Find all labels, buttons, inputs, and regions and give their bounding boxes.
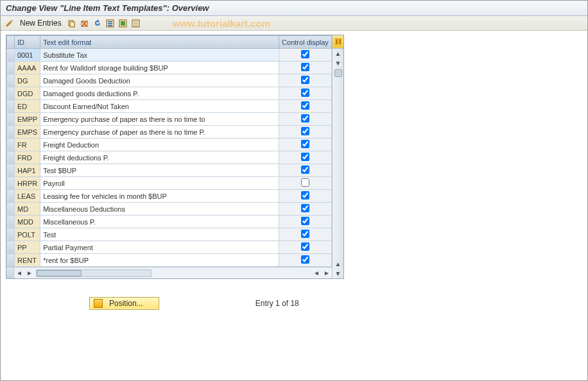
toolbar: New Entries www.tutorialkart.com [1, 16, 587, 31]
cell-text[interactable]: Rent for Walldorf storage building $BUP [40, 62, 279, 74]
column-header-text[interactable]: Text edit format [40, 36, 279, 49]
new-entries-button[interactable]: New Entries [17, 19, 64, 28]
cell-id[interactable]: DGD [15, 87, 40, 100]
vscroll-up2-icon[interactable]: ▲ [333, 259, 343, 269]
control-display-checkbox[interactable] [301, 140, 309, 148]
select-all-icon[interactable] [105, 18, 116, 28]
cell-text[interactable]: Damaged goods deductions P. [40, 87, 279, 100]
row-selector[interactable] [7, 203, 15, 216]
cell-id[interactable]: EMPP [15, 113, 40, 126]
row-selector[interactable] [7, 151, 15, 164]
control-display-checkbox[interactable] [301, 230, 309, 238]
control-display-checkbox[interactable] [301, 165, 309, 174]
control-display-checkbox[interactable] [301, 178, 309, 187]
control-display-checkbox[interactable] [301, 89, 309, 97]
row-selector-header[interactable] [7, 36, 15, 49]
position-button[interactable]: Position... [89, 297, 159, 310]
cell-text[interactable]: Freight deductions P. [40, 151, 279, 164]
cell-id[interactable]: POLT [15, 228, 40, 241]
cell-id[interactable]: HRPR [15, 177, 40, 190]
vscroll-up-icon[interactable]: ▲ [333, 49, 343, 58]
cell-text[interactable]: Partial Payment [40, 241, 279, 254]
hscroll-left2-icon[interactable]: ◄ [311, 268, 322, 278]
control-display-checkbox[interactable] [301, 63, 309, 71]
cell-control [279, 62, 332, 74]
change-icon[interactable] [4, 18, 15, 28]
cell-text[interactable]: Emergency purchase of paper as there is … [40, 126, 279, 139]
row-selector[interactable] [7, 228, 15, 241]
control-display-checkbox[interactable] [301, 153, 309, 161]
undo-icon[interactable] [92, 18, 103, 28]
row-selector[interactable] [7, 241, 15, 254]
table-row: LEASLeasing fee for vehicles in month $B… [7, 190, 332, 203]
row-selector[interactable] [7, 216, 15, 228]
cell-id[interactable]: AAAA [15, 62, 40, 74]
column-header-id[interactable]: ID [15, 36, 40, 49]
row-selector[interactable] [7, 49, 15, 62]
cell-text[interactable]: Miscellaneous P. [40, 216, 279, 228]
cell-id[interactable]: MDD [15, 216, 40, 228]
row-selector[interactable] [7, 164, 15, 177]
row-selector[interactable] [7, 190, 15, 203]
row-selector[interactable] [7, 100, 15, 113]
control-display-checkbox[interactable] [301, 204, 309, 212]
control-display-checkbox[interactable] [301, 242, 309, 251]
cell-id[interactable]: PP [15, 241, 40, 254]
control-display-checkbox[interactable] [301, 50, 309, 58]
cell-text[interactable]: Substitute Tax [40, 49, 279, 62]
control-display-checkbox[interactable] [301, 191, 309, 199]
hscroll-right-icon[interactable]: ► [24, 268, 35, 278]
cell-id[interactable]: 0001 [15, 49, 40, 62]
row-selector[interactable] [7, 177, 15, 190]
cell-id[interactable]: FRD [15, 151, 40, 164]
row-selector[interactable] [7, 74, 15, 87]
vscroll-down2-icon[interactable]: ▼ [333, 269, 343, 278]
cell-text[interactable]: *rent for $BUP [40, 254, 279, 267]
row-selector[interactable] [7, 113, 15, 126]
cell-text[interactable]: Test [40, 228, 279, 241]
vscroll-down-icon[interactable]: ▼ [333, 58, 343, 68]
cell-control [279, 87, 332, 100]
row-selector[interactable] [7, 126, 15, 139]
cell-text[interactable]: Payroll [40, 177, 279, 190]
cell-text[interactable]: Emergency purchase of paper as there is … [40, 113, 279, 126]
control-display-checkbox[interactable] [301, 114, 309, 123]
hscroll-thumb[interactable] [37, 270, 82, 276]
control-display-checkbox[interactable] [301, 127, 309, 135]
cell-text[interactable]: Miscellaneous Deductions [40, 203, 279, 216]
table-row: PPPartial Payment [7, 241, 332, 254]
cell-id[interactable]: EMPS [15, 126, 40, 139]
vscroll-thumb[interactable] [334, 69, 342, 77]
cell-id[interactable]: DG [15, 74, 40, 87]
cell-id[interactable]: FR [15, 139, 40, 151]
cell-text[interactable]: Damaged Goods Deduction [40, 74, 279, 87]
hscroll-right2-icon[interactable]: ► [322, 268, 332, 278]
cell-id[interactable]: RENT [15, 254, 40, 267]
cell-text[interactable]: Test $BUP [40, 164, 279, 177]
cell-id[interactable]: LEAS [15, 190, 40, 203]
row-selector[interactable] [7, 87, 15, 100]
control-display-checkbox[interactable] [301, 101, 309, 110]
copy-icon[interactable] [67, 18, 77, 28]
delete-icon[interactable] [80, 18, 90, 28]
hscroll-left-icon[interactable]: ◄ [14, 268, 24, 278]
cell-id[interactable]: HAP1 [15, 164, 40, 177]
control-display-checkbox[interactable] [301, 217, 309, 225]
cell-id[interactable]: MD [15, 203, 40, 216]
cell-text[interactable]: Discount Earned/Not Taken [40, 100, 279, 113]
cell-id[interactable]: ED [15, 100, 40, 113]
row-selector[interactable] [7, 254, 15, 267]
hscroll-track[interactable] [36, 269, 151, 277]
cell-text[interactable]: Freight Deduction [40, 139, 279, 151]
cell-text[interactable]: Leasing fee for vehicles in month $BUP [40, 190, 279, 203]
table-row: FRDFreight deductions P. [7, 151, 332, 164]
deselect-all-icon[interactable] [131, 18, 141, 28]
control-display-checkbox[interactable] [301, 255, 309, 264]
table-row: POLTTest [7, 228, 332, 241]
row-selector[interactable] [7, 139, 15, 151]
configure-columns-icon[interactable] [333, 35, 343, 49]
select-block-icon[interactable] [118, 18, 128, 28]
row-selector[interactable] [7, 62, 15, 74]
control-display-checkbox[interactable] [301, 76, 309, 84]
column-header-control[interactable]: Control display [279, 36, 332, 49]
